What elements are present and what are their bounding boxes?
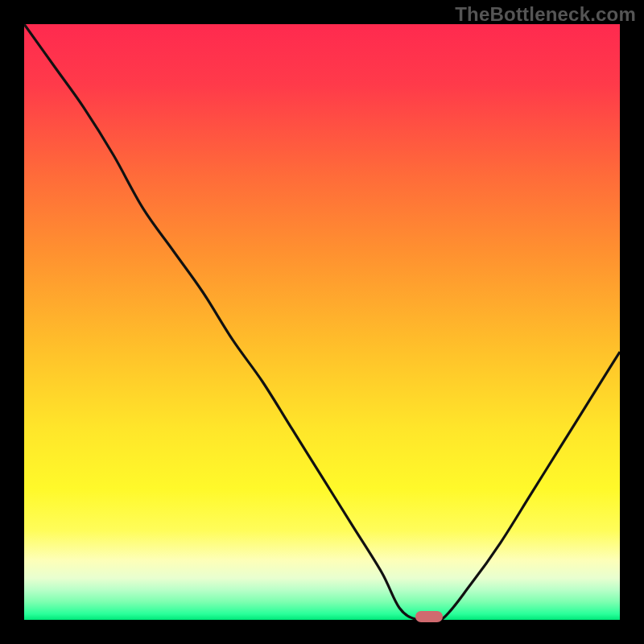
- plot-area: [24, 24, 620, 620]
- curve-path: [24, 24, 620, 620]
- chart-frame: TheBottleneck.com: [0, 0, 644, 644]
- bottleneck-curve: [24, 24, 620, 620]
- watermark-text: TheBottleneck.com: [455, 3, 636, 26]
- optimal-marker: [415, 611, 443, 622]
